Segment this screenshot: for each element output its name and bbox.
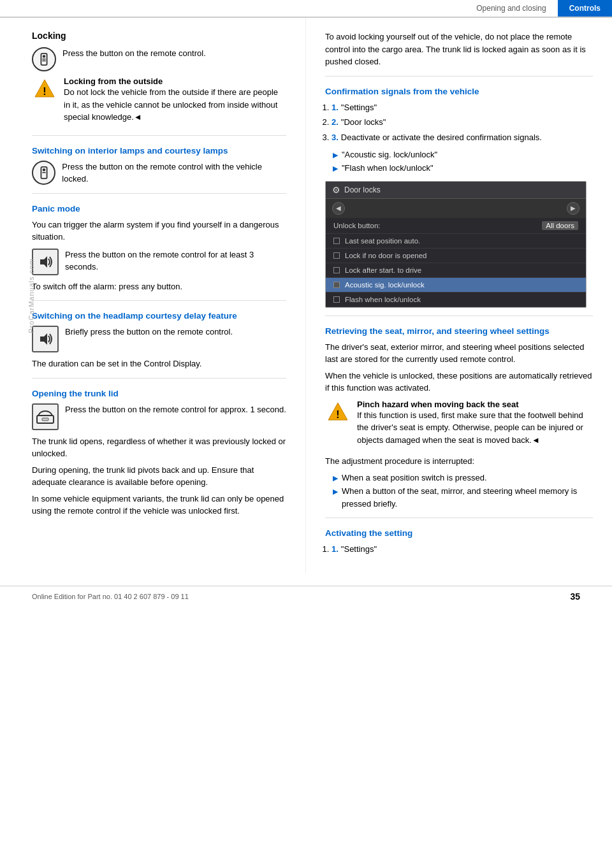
divider-3 (32, 300, 286, 301)
nav-right-arrow[interactable]: ▶ (567, 202, 579, 215)
footer: Online Edition for Part no. 01 40 2 607 … (0, 586, 612, 607)
panic-mode-icon-text: Press the button on the remote control f… (65, 249, 286, 273)
trunk-lid-icon-text: Press the button on the remote control f… (65, 403, 286, 416)
divider-1 (32, 135, 286, 136)
confirmation-signals-heading: Confirmation signals from the vehicle (325, 87, 593, 96)
right-intro-text: To avoid locking yourself out of the veh… (325, 31, 593, 68)
flash-lock-checkbox[interactable] (333, 296, 340, 303)
left-column: ProCarManuals.com Locking Press the butt… (0, 18, 306, 573)
nav-left-arrow[interactable]: ◀ (332, 202, 345, 215)
svg-text:!: ! (336, 409, 339, 420)
trunk-lid-text2: During opening, the trunk lid pivots bac… (32, 464, 286, 489)
acoustic-sig-checkbox[interactable] (333, 282, 340, 288)
warning-locking-text: Locking from the outside Do not lock the… (64, 76, 286, 127)
last-seat-checkbox[interactable] (333, 238, 340, 244)
last-seat-row: Last seat position auto. (326, 234, 586, 249)
interior-lamps-icon-row: Press the button on the remote control w… (32, 161, 286, 185)
activating-list-item-1: 1."Settings" (332, 543, 593, 556)
right-divider-2 (325, 315, 593, 316)
header-bar: Opening and closing Controls (0, 0, 612, 18)
seat-mirror-text2: When the vehicle is unlocked, these posi… (325, 370, 593, 394)
headlamp-delay-icon-row: Briefly press the button on the remote c… (32, 326, 286, 352)
warning-triangle-icon: ! (32, 76, 57, 102)
svg-rect-2 (42, 59, 46, 59)
svg-rect-8 (42, 172, 46, 173)
trunk-lid-icon-row: Press the button on the remote control f… (32, 403, 286, 430)
panic-mode-text1: You can trigger the alarm system if you … (32, 219, 286, 243)
lock-no-door-checkbox[interactable] (333, 252, 340, 259)
activating-list: 1."Settings" (332, 543, 593, 556)
page-number: 35 (570, 591, 580, 602)
seat-mirror-heading: Retrieving the seat, mirror, and steerin… (325, 326, 593, 336)
trunk-lid-heading: Opening the trunk lid (32, 389, 286, 398)
door-locks-title: ⚙ Door locks (326, 182, 586, 199)
svg-point-1 (43, 55, 45, 57)
adjustment-interrupted-text: The adjustment procedure is interrupted: (325, 455, 593, 468)
lock-no-door-row: Lock if no door is opened (326, 249, 586, 263)
svg-point-7 (43, 169, 45, 171)
list-item-deactivate: 3.Deactivate or activate the desired con… (332, 131, 593, 145)
footer-edition: Online Edition for Part no. 01 40 2 607 … (32, 593, 189, 600)
activating-setting-heading: Activating the setting (325, 528, 593, 538)
headlamp-speaker-icon (32, 326, 59, 352)
list-item-settings: 1."Settings" (332, 101, 593, 115)
divider-4 (32, 378, 286, 379)
confirmation-list: 1."Settings" 2."Door locks" 3.Deactivate… (332, 101, 593, 145)
svg-rect-12 (42, 418, 48, 421)
lock-after-start-row: Lock after start. to drive (326, 263, 586, 278)
svg-rect-3 (42, 61, 46, 61)
svg-marker-10 (40, 333, 47, 345)
door-locks-screenshot: ⚙ Door locks ◀ ▶ Unlock button: All door… (325, 181, 586, 308)
tab-controls[interactable]: Controls (558, 0, 612, 17)
locking-icon-text: Press the button on the remote control. (62, 47, 206, 60)
divider-2 (32, 193, 286, 194)
unlock-button-row: Unlock button: All doors (326, 218, 586, 234)
svg-marker-9 (40, 256, 47, 268)
speaker-icon (32, 249, 59, 275)
watermark: ProCarManuals.com (27, 258, 35, 333)
trunk-icon (32, 403, 59, 430)
panic-mode-text2: To switch off the alarm: press any butto… (32, 280, 286, 293)
pinch-hazard-text: Pinch hazard when moving back the seat I… (357, 400, 593, 451)
headlamp-delay-text: The duration can be set in the Control D… (32, 358, 286, 370)
remote-lock-icon (32, 161, 55, 185)
list-item-doorlocks: 2."Door locks" (332, 116, 593, 129)
locking-title: Locking (32, 31, 286, 41)
sub-bullet-flash: ▶ "Flash when lock/unlock" (333, 162, 593, 175)
pinch-hazard-row: ! Pinch hazard when moving back the seat… (325, 400, 593, 451)
right-column: To avoid locking yourself out of the veh… (306, 18, 612, 573)
tab-opening-closing[interactable]: Opening and closing (465, 0, 557, 17)
trunk-lid-text3: In some vehicle equipment variants, the … (32, 493, 286, 517)
section-interior-lamps-heading: Switching on interior lamps and courtesy… (32, 146, 286, 156)
svg-text:!: ! (43, 86, 46, 97)
right-divider-3 (325, 517, 593, 518)
pinch-hazard-icon: ! (325, 400, 351, 425)
sub-bullet-acoustic: ▶ "Acoustic sig. lock/unlock" (333, 148, 593, 161)
locking-icon-row: Press the button on the remote control. (32, 47, 286, 71)
headlamp-delay-icon-text: Briefly press the button on the remote c… (65, 326, 233, 338)
panic-mode-icon-row: Press the button on the remote control f… (32, 249, 286, 275)
bullet-memory-button: ▶ When a button of the seat, mirror, and… (333, 485, 593, 510)
acoustic-sig-row: Acoustic sig. lock/unlock (326, 278, 586, 293)
interior-lamps-icon-text: Press the button on the remote control w… (62, 161, 286, 185)
header-tabs: Opening and closing Controls (465, 0, 612, 17)
right-divider-1 (325, 76, 593, 76)
main-content: ProCarManuals.com Locking Press the butt… (0, 18, 612, 573)
headlamp-delay-heading: Switching on the headlamp courtesy delay… (32, 311, 286, 321)
seat-mirror-text1: The driver's seat, exterior mirror, and … (325, 341, 593, 366)
warning-locking-row: ! Locking from the outside Do not lock t… (32, 76, 286, 127)
bullet-seat-switch: ▶ When a seat position switch is pressed… (333, 472, 593, 484)
lock-after-start-checkbox[interactable] (333, 267, 340, 273)
flash-lock-row: Flash when lock/unlock (326, 293, 586, 307)
remote-control-icon (32, 47, 56, 71)
trunk-lid-text1: The trunk lid opens, regardless of wheth… (32, 435, 286, 460)
panic-mode-heading: Panic mode (32, 204, 286, 213)
